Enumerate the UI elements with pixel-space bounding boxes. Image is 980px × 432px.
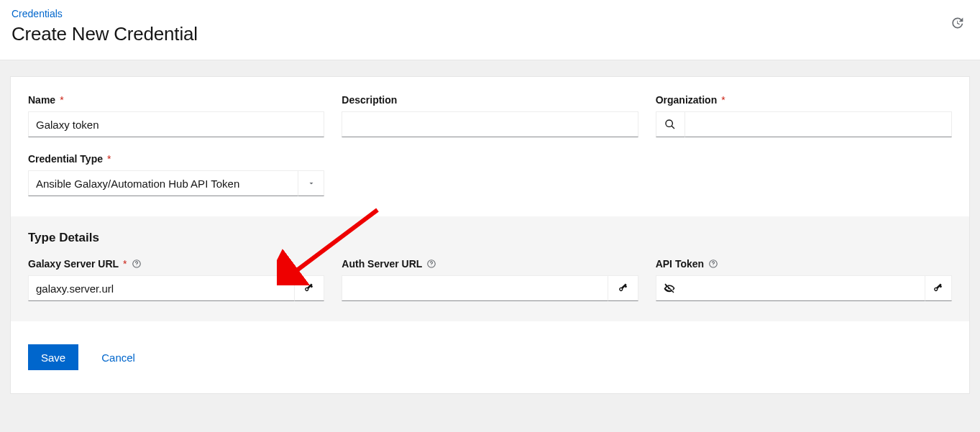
api-token-key-button[interactable] bbox=[925, 275, 952, 301]
organization-input[interactable] bbox=[685, 111, 952, 137]
form-section-main: Name * Description Organization * bbox=[11, 77, 969, 216]
description-input[interactable] bbox=[342, 111, 638, 137]
key-icon bbox=[303, 282, 315, 294]
credential-type-caret[interactable] bbox=[298, 170, 324, 196]
api-token-label-text: API Token bbox=[656, 258, 704, 270]
key-icon bbox=[618, 282, 629, 294]
description-label-text: Description bbox=[342, 94, 397, 106]
credential-type-label: Credential Type * bbox=[28, 153, 324, 165]
organization-search-button[interactable] bbox=[656, 111, 685, 137]
type-details-row: Galaxy Server URL * Auth Server URL bbox=[28, 258, 952, 301]
save-button[interactable]: Save bbox=[28, 344, 78, 370]
field-organization: Organization * bbox=[656, 94, 952, 137]
actions-section: Save Cancel bbox=[11, 321, 969, 393]
name-label: Name * bbox=[28, 94, 324, 106]
field-credential-type: Credential Type * Ansible Galaxy/Automat… bbox=[28, 153, 324, 196]
credential-type-label-text: Credential Type bbox=[28, 153, 103, 165]
galaxy-server-url-label: Galaxy Server URL * bbox=[28, 258, 324, 270]
name-input[interactable] bbox=[28, 111, 324, 137]
breadcrumb-credentials-link[interactable]: Credentials bbox=[12, 8, 63, 19]
required-icon: * bbox=[107, 153, 111, 165]
key-icon bbox=[933, 282, 944, 294]
svg-point-6 bbox=[713, 265, 714, 266]
type-details-title: Type Details bbox=[28, 231, 952, 245]
credential-type-select[interactable]: Ansible Galaxy/Automation Hub API Token bbox=[28, 170, 324, 196]
organization-input-group bbox=[656, 111, 952, 137]
api-token-label: API Token bbox=[656, 258, 952, 270]
page-title: Create New Credential bbox=[12, 23, 968, 45]
name-label-text: Name bbox=[28, 94, 55, 106]
field-auth-server-url: Auth Server URL bbox=[342, 258, 638, 301]
auth-server-url-input[interactable] bbox=[342, 275, 608, 301]
required-icon: * bbox=[123, 258, 127, 270]
galaxy-server-url-input[interactable] bbox=[28, 275, 295, 301]
form-panel: Name * Description Organization * bbox=[10, 76, 970, 394]
organization-label: Organization * bbox=[656, 94, 952, 106]
description-label: Description bbox=[342, 94, 638, 106]
cancel-button[interactable]: Cancel bbox=[101, 351, 135, 364]
search-icon bbox=[664, 119, 676, 130]
page-header: Credentials Create New Credential bbox=[0, 0, 980, 60]
api-token-group bbox=[656, 275, 952, 301]
auth-server-url-label: Auth Server URL bbox=[342, 258, 638, 270]
help-icon[interactable] bbox=[132, 259, 142, 269]
help-icon[interactable] bbox=[426, 259, 436, 269]
type-details-section: Type Details Galaxy Server URL * Auth Se bbox=[11, 216, 969, 321]
form-row-1: Name * Description Organization * bbox=[28, 94, 952, 137]
galaxy-server-url-key-button[interactable] bbox=[295, 275, 324, 301]
required-icon: * bbox=[60, 94, 63, 106]
svg-point-4 bbox=[431, 265, 432, 266]
auth-server-url-label-text: Auth Server URL bbox=[342, 258, 422, 270]
help-icon[interactable] bbox=[708, 259, 718, 269]
auth-server-url-group bbox=[342, 275, 638, 301]
field-name: Name * bbox=[28, 94, 324, 137]
eye-off-icon bbox=[663, 282, 676, 295]
field-description: Description bbox=[342, 94, 638, 137]
galaxy-server-url-label-text: Galaxy Server URL bbox=[28, 258, 119, 270]
form-row-2: Credential Type * Ansible Galaxy/Automat… bbox=[28, 153, 952, 196]
galaxy-server-url-group bbox=[28, 275, 324, 301]
field-galaxy-server-url: Galaxy Server URL * bbox=[28, 258, 324, 301]
credential-type-value[interactable]: Ansible Galaxy/Automation Hub API Token bbox=[28, 170, 298, 196]
history-icon[interactable] bbox=[950, 16, 964, 30]
field-api-token: API Token bbox=[656, 258, 952, 301]
api-token-input[interactable] bbox=[682, 275, 925, 301]
required-icon: * bbox=[721, 94, 725, 106]
auth-server-url-key-button[interactable] bbox=[608, 275, 638, 301]
api-token-visibility-button[interactable] bbox=[656, 275, 682, 301]
svg-point-2 bbox=[136, 265, 137, 266]
organization-label-text: Organization bbox=[656, 94, 718, 106]
caret-down-icon bbox=[307, 179, 316, 188]
